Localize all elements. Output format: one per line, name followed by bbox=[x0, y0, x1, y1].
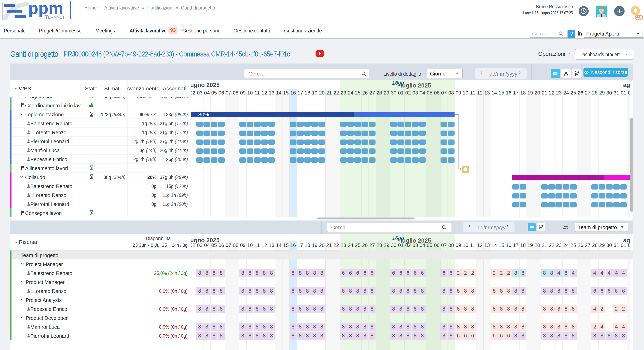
svg-text:TERANET: TERANET bbox=[45, 14, 65, 20]
